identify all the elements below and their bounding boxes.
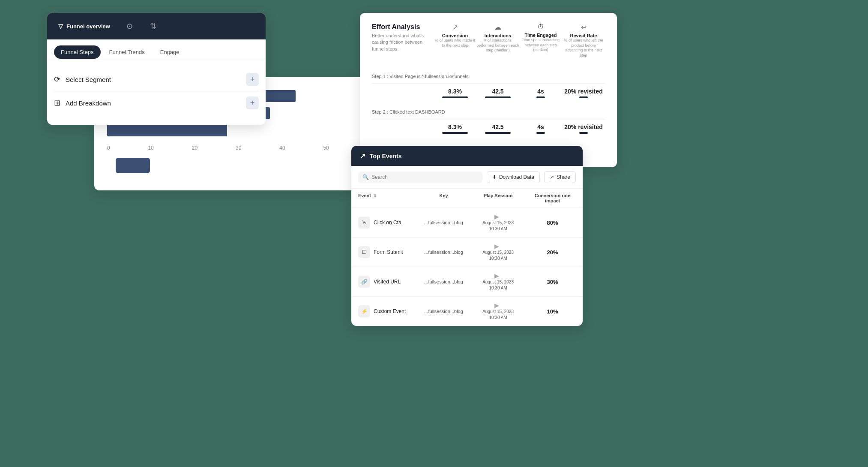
- custom-event-label: Custom Event: [374, 308, 406, 314]
- axis-label-10: 10: [148, 145, 154, 151]
- metric-revisit: ↩ Revisit Rate % of users who left the p…: [562, 23, 605, 58]
- visited-url-date: August 15, 2023: [467, 279, 529, 285]
- axis-label-40: 40: [279, 145, 285, 151]
- custom-event-date: August 15, 2023: [467, 309, 529, 315]
- step-1-conversion-bar: [442, 96, 468, 98]
- time-icon: ⏱: [519, 23, 562, 31]
- share-button[interactable]: ↗ Share: [544, 171, 576, 183]
- axis-labels: 0 10 20 30 40 50 60: [107, 145, 373, 151]
- effort-subtitle: Better understand what's causing frictio…: [372, 33, 434, 52]
- funnel-body: ⟳ Select Segment + ⊞ Add Breakdown +: [47, 59, 266, 125]
- bar-3: [107, 124, 227, 136]
- form-submit-label: Form Submit: [374, 249, 403, 255]
- step-1-label: Step 1 : Visited Page is *.fullsession.i…: [372, 74, 605, 79]
- event-name-click-cta: 🖱 Click on Cta: [358, 217, 420, 229]
- effort-step-2: Step 2 : Clicked text DASHBOARD 8.3% 42.…: [372, 109, 605, 138]
- tab-funnel-steps[interactable]: Funnel Steps: [54, 45, 101, 59]
- visited-url-label: Visited URL: [374, 279, 401, 285]
- tab-engage[interactable]: Engage: [153, 45, 186, 59]
- visited-url-icon: 🔗: [358, 276, 370, 288]
- col-header-conversion: Conversion rate impact: [529, 193, 576, 203]
- click-cta-time: 10:30 AM: [467, 226, 529, 232]
- effort-step-1: Step 1 : Visited Page is *.fullsession.i…: [372, 74, 605, 102]
- axis-label-30: 30: [236, 145, 241, 151]
- header-icon-btn-2[interactable]: ⇅: [145, 19, 162, 33]
- play-button-2[interactable]: ▶: [494, 243, 499, 250]
- add-breakdown-label: Add Breakdown: [66, 99, 111, 107]
- step-2-time-bar: [536, 132, 545, 134]
- visited-url-key: ...fullsession...blog: [420, 279, 467, 284]
- visited-url-conversion: 30%: [529, 279, 576, 285]
- play-button-3[interactable]: ▶: [494, 272, 499, 279]
- play-button-4[interactable]: ▶: [494, 302, 499, 309]
- download-data-button[interactable]: ⬇ Download Data: [487, 171, 540, 183]
- step-1-revisit: 20% revisited: [562, 88, 605, 98]
- custom-event-session: ▶ August 15, 2023 10:30 AM: [467, 302, 529, 321]
- step-2-conversion: 8.3%: [434, 124, 476, 134]
- trending-up-icon: ↗: [360, 152, 365, 160]
- effort-analysis-card: Effort Analysis Better understand what's…: [360, 13, 617, 167]
- search-input[interactable]: [371, 174, 478, 180]
- funnel-card-header: ▽ Funnel overview ⊙ ⇅: [47, 13, 266, 39]
- table-row: 🔗 Visited URL ...fullsession...blog ▶ Au…: [351, 267, 583, 297]
- step-1-values: 8.3% 42.5 4s 20% revisited: [372, 83, 605, 102]
- revisit-desc: % of users who left the product before a…: [562, 38, 605, 58]
- select-segment-plus-button[interactable]: +: [246, 73, 259, 86]
- effort-metrics-header: ↗ Conversion % of users who made it to t…: [434, 23, 605, 58]
- step-1-interactions-bar: [485, 96, 511, 98]
- event-name-visited-url: 🔗 Visited URL: [358, 276, 420, 288]
- funnel-tabs: Funnel Steps Funnel Trends Engage: [47, 39, 266, 59]
- custom-event-time: 10:30 AM: [467, 315, 529, 321]
- revisit-label: Revisit Rate: [562, 33, 605, 38]
- table-row: 🖱 Click on Cta ...fullsession...blog ▶ A…: [351, 208, 583, 238]
- revisit-icon: ↩: [562, 23, 605, 31]
- events-table-header: Event ⇅ Key Play Session Conversion rate…: [351, 189, 583, 208]
- conversion-icon: ↗: [434, 23, 476, 31]
- time-label: Time Engaged: [519, 33, 562, 38]
- col-header-key: Key: [420, 193, 467, 203]
- header-icon-btn-1[interactable]: ⊙: [121, 19, 138, 33]
- step-2-label: Step 2 : Clicked text DASHBOARD: [372, 109, 605, 114]
- step-2-interactions-bar: [485, 132, 511, 134]
- step-2-time: 4s: [519, 124, 562, 134]
- step-1-time-value: 4s: [519, 88, 562, 95]
- add-breakdown-option: ⊞ Add Breakdown +: [54, 91, 259, 114]
- table-row: ⚡ Custom Event ...fullsession...blog ▶ A…: [351, 297, 583, 326]
- step-2-values: 8.3% 42.5 4s 20% revisited: [372, 119, 605, 138]
- interactions-desc: # of interactions performed between each…: [476, 38, 519, 53]
- step-2-interactions: 42.5: [476, 124, 519, 134]
- bar-row-3: [107, 124, 373, 136]
- step-2-revisit: 20% revisited: [562, 124, 605, 134]
- col-header-session: Play Session: [467, 193, 529, 203]
- custom-event-key: ...fullsession...blog: [420, 309, 467, 314]
- event-sort-icon[interactable]: ⇅: [373, 194, 377, 198]
- conversion-desc: % of users who made it to the next step: [434, 38, 476, 48]
- tab-funnel-trends[interactable]: Funnel Trends: [102, 45, 152, 59]
- form-submit-icon: ☐: [358, 246, 370, 258]
- step-1-revisit-bar: [579, 96, 588, 98]
- click-cta-session: ▶ August 15, 2023 10:30 AM: [467, 213, 529, 232]
- events-header: ↗ Top Events: [351, 146, 583, 166]
- search-box: 🔍: [358, 172, 482, 183]
- click-cta-icon: 🖱: [358, 217, 370, 229]
- funnel-overview-button[interactable]: ▽ Funnel overview: [54, 20, 114, 32]
- custom-event-conversion: 10%: [529, 308, 576, 315]
- step-2-conversion-bar: [442, 132, 468, 134]
- step-2-conversion-value: 8.3%: [434, 124, 476, 130]
- step-2-time-value: 4s: [519, 124, 562, 130]
- funnel-icon: ▽: [58, 23, 63, 30]
- form-submit-session: ▶ August 15, 2023 10:30 AM: [467, 243, 529, 262]
- step-1-conversion-value: 8.3%: [434, 88, 476, 95]
- axis-label-50: 50: [323, 145, 329, 151]
- effort-title: Effort Analysis: [372, 23, 434, 31]
- form-submit-key: ...fullsession...blog: [420, 250, 467, 255]
- custom-event-icon: ⚡: [358, 305, 370, 317]
- axis-label-0: 0: [107, 145, 110, 151]
- add-breakdown-plus-button[interactable]: +: [246, 96, 259, 109]
- step-2-revisit-bar: [579, 132, 588, 134]
- play-button-1[interactable]: ▶: [494, 213, 499, 220]
- click-cta-key: ...fullsession...blog: [420, 220, 467, 225]
- events-toolbar: 🔍 ⬇ Download Data ↗ Share: [351, 166, 583, 189]
- interactions-label: Interactions: [476, 33, 519, 38]
- step-1-time: 4s: [519, 88, 562, 98]
